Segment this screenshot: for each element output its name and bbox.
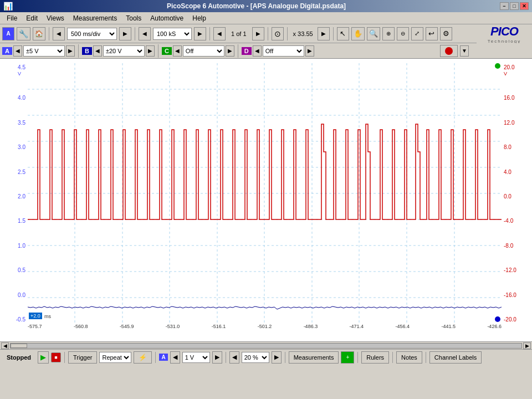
pct-prev-btn[interactable]: ◀ [229,351,239,364]
ch-b-left-btn[interactable]: ◀ [93,45,102,57]
cursor-btn[interactable]: ↖ [337,27,349,40]
ch-c-right-btn[interactable]: ▶ [226,45,234,57]
channel-d-label[interactable]: D [242,47,252,55]
page-indicator: 1 of 1 [228,30,250,37]
y-right-label-0: 20.0V [504,64,514,76]
scroll-right-btn[interactable]: ▶ [523,342,531,349]
y-right-label-10: -20.0 [504,316,516,323]
y-right-label-1: 16.0 [504,95,514,101]
x-label-10: -426.6 [487,324,502,329]
percent-select[interactable]: 20 % [242,352,269,363]
channel-c-label[interactable]: C [162,47,172,55]
x-label-6: -486.3 [304,324,318,329]
measurements-btn[interactable]: Measurements [289,351,339,364]
stop-circle-btn[interactable]: ⊙ [272,27,284,40]
y-right-label-6: -4.0 [504,218,513,224]
channel-a-icon-btn[interactable]: A [2,27,14,40]
y-right-label-7: ▶-8.0 [504,243,513,249]
stop-btn[interactable]: ■ [51,352,61,362]
volt-prev-btn[interactable]: ◀ [170,351,180,364]
page-prev-btn[interactable]: ◀ [213,27,226,40]
zoom-fit-btn[interactable]: ⤢ [411,27,423,40]
ch-a-left-btn[interactable]: ◀ [13,45,22,57]
samples-prev-btn[interactable]: ◀ [139,27,151,40]
y-right-label-9: -16.0 [504,292,516,298]
x-next-btn[interactable]: ▶ [318,27,330,40]
y-right-label-4: 4.0 [504,169,511,175]
time-div-select[interactable]: 500 ms/div [67,28,117,40]
repeat-select[interactable]: Repeat [99,352,131,363]
x-label-7: -471.4 [350,324,364,329]
titlebar: 📊 PicoScope 6 Automotive - [APS Analogue… [0,0,532,12]
scroll-left-btn[interactable]: ◀ [1,342,9,349]
scroll-track[interactable] [10,343,522,349]
channel-d-off[interactable]: Off [263,45,304,57]
menu-automotive[interactable]: Automotive [146,13,188,23]
channel-c-off[interactable]: Off [183,45,224,57]
time-offset-label: +2.0 [29,313,42,319]
ch-a-right-btn[interactable]: ▶ [66,45,75,57]
samples-select[interactable]: 100 kS [153,28,192,40]
y-left-label-4: 2.5 [18,169,25,175]
y-left-label-2: 3.5 [18,120,25,126]
measurements-icon-btn[interactable]: + [341,351,354,364]
channel-b-group: B ◀ ±20 V ▶ [82,45,155,57]
menu-help[interactable]: Help [188,13,211,23]
sep-b5 [357,352,358,363]
ch-d-left-btn[interactable]: ◀ [253,45,262,57]
scroll-thumb[interactable] [11,344,27,348]
ch-d-right-btn[interactable]: ▶ [305,45,314,57]
sep-b7 [426,352,426,363]
ch-b-right-btn[interactable]: ▶ [146,45,155,57]
bottom-toolbar: Stopped ▶ ■ Trigger Repeat ⚡ A ◀ 1 V ▶ ◀… [0,349,532,365]
sep5 [287,27,288,40]
settings-btn[interactable]: ⚙ [440,27,452,40]
time-next-btn[interactable]: ▶ [119,27,131,40]
hand-btn[interactable]: ✋ [351,27,365,40]
y-right-label-5: 0.0 [504,193,511,200]
trigger-icon-btn[interactable]: ⚡ [134,351,152,364]
zoom-in-btn[interactable]: ⊕ [382,27,395,40]
x-label-9: -441.5 [441,324,456,329]
record-options-btn[interactable]: ▼ [460,45,469,57]
record-btn[interactable] [440,45,458,57]
toolbar-icon-1[interactable]: 🔧 [17,27,30,40]
volt-next-btn[interactable]: ▶ [212,351,222,364]
close-button[interactable]: ✕ [520,2,529,10]
pct-next-btn[interactable]: ▶ [272,351,282,364]
x-label-5: -501.2 [258,324,272,329]
chart-area[interactable]: +2.0 ms [28,63,502,324]
y-axis-right: 20.0V 16.0 12.0 8.0 4.0 0.0 -4.0 ▶-8.0 -… [502,63,532,324]
voltage-select[interactable]: 1 V [182,352,210,363]
play-btn[interactable]: ▶ [38,351,49,364]
sep-b2 [155,352,156,363]
zoom-out-btn[interactable]: ⊖ [397,27,409,40]
toolbar-icon-2[interactable]: 🏠 [33,27,45,40]
ch-c-left-btn[interactable]: ◀ [173,45,182,57]
channel-b-label[interactable]: B [82,47,92,55]
samples-next-btn[interactable]: ▶ [194,27,206,40]
y-right-label-8: -12.0 [504,267,516,273]
notes-btn[interactable]: Notes [396,351,422,364]
page-next-btn[interactable]: ▶ [252,27,264,40]
sep1 [49,27,49,40]
menu-edit[interactable]: Edit [22,13,42,23]
menu-file[interactable]: File [2,13,22,23]
undo-btn[interactable]: ↩ [426,27,438,40]
minimize-button[interactable]: − [500,2,509,10]
channel-b-range[interactable]: ±20 V [103,45,145,57]
maximize-button[interactable]: □ [510,2,519,10]
menu-tools[interactable]: Tools [121,13,146,23]
time-prev-btn[interactable]: ◀ [53,27,65,40]
zoom-btn[interactable]: 🔍 [367,27,380,40]
y-left-label-5: 2.0 [18,193,25,200]
trigger-btn[interactable]: Trigger [68,351,97,364]
menu-measurements[interactable]: Measurements [69,13,121,23]
channel-a-label[interactable]: A [2,47,12,55]
menu-views[interactable]: Views [42,13,69,23]
rulers-btn[interactable]: Rulers [361,351,389,364]
sep4 [268,27,268,40]
channel-a-range[interactable]: ±5 V [23,45,65,57]
channel-labels-btn[interactable]: Channel Labels [429,351,482,364]
y-left-label-10: -0.5 [16,316,25,323]
